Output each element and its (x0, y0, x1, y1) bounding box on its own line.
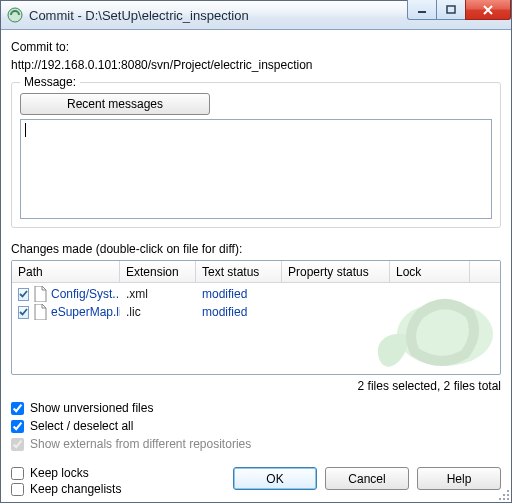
close-button[interactable] (465, 0, 511, 20)
app-icon (7, 7, 23, 23)
help-label: Help (447, 472, 472, 486)
show-unversioned-label: Show unversioned files (30, 401, 153, 415)
keep-locks-option[interactable]: Keep locks (11, 466, 233, 480)
cancel-button[interactable]: Cancel (325, 467, 409, 490)
table-row[interactable]: eSuperMap.lic .lic modified (12, 303, 500, 321)
cancel-label: Cancel (348, 472, 385, 486)
recent-messages-label: Recent messages (67, 97, 163, 111)
select-all-label: Select / deselect all (30, 419, 133, 433)
show-externals-checkbox (11, 438, 24, 451)
commit-to-url: http://192.168.0.101:8080/svn/Project/el… (11, 58, 501, 72)
row-ext: .xml (120, 287, 196, 301)
row-checkbox[interactable] (18, 288, 29, 301)
svg-rect-1 (418, 11, 426, 13)
table-row[interactable]: Config/Syst... .xml modified (12, 285, 500, 303)
file-icon (33, 286, 47, 302)
keep-changelists-option[interactable]: Keep changelists (11, 482, 233, 496)
row-path: eSuperMap.lic (51, 305, 120, 319)
show-externals-label: Show externals from different repositori… (30, 437, 251, 451)
message-groupbox: Message: Recent messages (11, 82, 501, 228)
row-text-status: modified (196, 287, 282, 301)
select-all-option[interactable]: Select / deselect all (11, 419, 501, 433)
message-textarea[interactable] (20, 119, 492, 219)
keep-locks-label: Keep locks (30, 466, 89, 480)
row-path: Config/Syst... (51, 287, 120, 301)
maximize-button[interactable] (436, 0, 466, 20)
file-icon (33, 304, 47, 320)
minimize-button[interactable] (407, 0, 437, 20)
column-extension[interactable]: Extension (120, 261, 196, 282)
dialog-button-bar: OK Cancel Help (233, 461, 501, 498)
keep-changelists-label: Keep changelists (30, 482, 121, 496)
titlebar[interactable]: Commit - D:\SetUp\electric_inspection (1, 1, 511, 30)
svg-rect-2 (447, 6, 455, 13)
column-property-status[interactable]: Property status (282, 261, 390, 282)
column-path[interactable]: Path (12, 261, 120, 282)
resize-grip[interactable] (495, 486, 509, 500)
keep-changelists-checkbox[interactable] (11, 483, 24, 496)
recent-messages-button[interactable]: Recent messages (20, 93, 210, 115)
column-text-status[interactable]: Text status (196, 261, 282, 282)
listview-header: Path Extension Text status Property stat… (12, 261, 500, 283)
row-ext: .lic (120, 305, 196, 319)
window-buttons (408, 0, 511, 20)
row-text-status: modified (196, 305, 282, 319)
show-unversioned-option[interactable]: Show unversioned files (11, 401, 501, 415)
changes-label: Changes made (double-click on file for d… (11, 242, 501, 256)
column-lock[interactable]: Lock (390, 261, 470, 282)
window-title: Commit - D:\SetUp\electric_inspection (29, 8, 408, 23)
show-externals-option: Show externals from different repositori… (11, 437, 501, 451)
keep-locks-checkbox[interactable] (11, 467, 24, 480)
client-area: Commit to: http://192.168.0.101:8080/svn… (1, 30, 511, 502)
commit-dialog: Commit - D:\SetUp\electric_inspection Co… (0, 0, 512, 503)
help-button[interactable]: Help (417, 467, 501, 490)
show-unversioned-checkbox[interactable] (11, 402, 24, 415)
select-all-checkbox[interactable] (11, 420, 24, 433)
ok-button[interactable]: OK (233, 467, 317, 490)
text-caret (25, 123, 26, 137)
commit-to-label: Commit to: (11, 40, 501, 54)
listview-body: Config/Syst... .xml modified eSuperMap.l… (12, 283, 500, 323)
message-label: Message: (20, 75, 80, 89)
ok-label: OK (266, 472, 283, 486)
selection-summary: 2 files selected, 2 files total (11, 379, 501, 393)
row-checkbox[interactable] (18, 306, 29, 319)
file-listview[interactable]: Path Extension Text status Property stat… (11, 260, 501, 375)
